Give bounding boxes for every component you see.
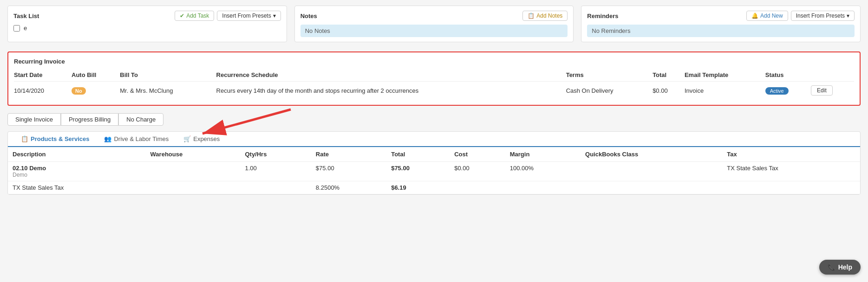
cell-tax <box>722 181 860 194</box>
dropdown-icon: ▾ <box>847 13 849 19</box>
col-auto-bill: Auto Bill <box>72 70 120 82</box>
col-tax: Tax <box>722 147 860 162</box>
cell-qty-hrs <box>240 181 311 194</box>
task-list-actions: ✔ Add Task Insert From Presets ▾ <box>175 11 281 21</box>
cell-rate: $75.00 <box>311 162 386 181</box>
cell-auto-bill: No <box>72 82 120 100</box>
reminders-actions: 🔔 Add New Insert From Presets ▾ <box>746 11 855 21</box>
auto-bill-badge: No <box>72 87 86 95</box>
products-tabs-bar: 📋 Products & Services 👥 Drive & Labor Ti… <box>8 132 860 147</box>
cell-total: $0.00 <box>653 82 685 100</box>
col-status: Status <box>765 70 811 82</box>
task-list-title: Task List <box>13 13 39 19</box>
cell-warehouse <box>146 181 241 194</box>
col-description: Description <box>8 147 146 162</box>
svg-line-1 <box>202 109 291 134</box>
table-row: TX State Sales Tax 8.2500% $6.19 <box>8 181 860 194</box>
top-panels: Task List ✔ Add Task Insert From Presets… <box>0 0 868 48</box>
col-rate: Rate <box>311 147 386 162</box>
recurring-invoice-section: Recurring Invoice Start Date Auto Bill B… <box>7 51 861 106</box>
recurring-invoice-title: Recurring Invoice <box>14 58 854 65</box>
task-list-panel: Task List ✔ Add Task Insert From Presets… <box>7 6 287 42</box>
notes-title: Notes <box>300 13 317 19</box>
alarm-icon: 🔔 <box>751 13 758 19</box>
recurring-table-row: 10/14/2020 No Mr. & Mrs. McClung Recurs … <box>14 82 854 100</box>
red-arrow-svg <box>165 105 295 137</box>
table-row: 02.10 Demo Demo 1.00 $75.00 $75.00 $0.00… <box>8 162 860 181</box>
add-task-button[interactable]: ✔ Add Task <box>175 11 214 21</box>
cell-edit[interactable]: Edit <box>811 82 854 100</box>
table-icon: 📋 <box>21 135 28 142</box>
reminders-panel: Reminders 🔔 Add New Insert From Presets … <box>581 6 861 42</box>
cell-description: TX State Sales Tax <box>8 181 146 194</box>
recurring-invoice-table: Start Date Auto Bill Bill To Recurrence … <box>14 70 854 99</box>
col-terms: Terms <box>566 70 653 82</box>
cell-qty-hrs: 1.00 <box>240 162 311 181</box>
desc-sub: Demo <box>13 172 141 178</box>
desc-main: TX State Sales Tax <box>13 184 141 191</box>
col-qty-hrs: Qty/Hrs <box>240 147 311 162</box>
cell-quickbooks-class <box>581 162 722 181</box>
col-recurrence-schedule: Recurrence Schedule <box>216 70 566 82</box>
status-badge: Active <box>765 87 789 95</box>
cell-rate: 8.2500% <box>311 181 386 194</box>
col-total: Total <box>653 70 685 82</box>
cell-email-template: Invoice <box>685 82 765 100</box>
cell-recurrence-schedule: Recurs every 14th day of the month and s… <box>216 82 566 100</box>
reminders-title: Reminders <box>587 13 618 19</box>
col-actions <box>811 70 854 82</box>
cell-quickbooks-class <box>581 181 722 194</box>
tab-no-charge[interactable]: No Charge <box>118 113 163 126</box>
add-new-reminder-button[interactable]: 🔔 Add New <box>746 11 788 21</box>
add-notes-button[interactable]: 📋 Add Notes <box>522 11 568 21</box>
insert-presets-task-button[interactable]: Insert From Presets ▾ <box>217 11 281 21</box>
col-warehouse: Warehouse <box>146 147 241 162</box>
no-reminders-text: No Reminders <box>587 25 855 37</box>
no-notes-text: No Notes <box>300 25 568 37</box>
cell-tax: TX State Sales Tax <box>722 162 860 181</box>
cell-margin <box>505 181 581 194</box>
reminders-header: Reminders 🔔 Add New Insert From Presets … <box>587 11 855 21</box>
people-icon: 👥 <box>104 135 111 142</box>
tab-drive-labor[interactable]: 👥 Drive & Labor Times <box>97 132 176 146</box>
notes-panel: Notes 📋 Add Notes No Notes <box>294 6 574 42</box>
col-cost: Cost <box>450 147 505 162</box>
cell-margin: 100.00% <box>505 162 581 181</box>
col-bill-to: Bill To <box>120 70 216 82</box>
cell-status: Active <box>765 82 811 100</box>
col-total: Total <box>386 147 450 162</box>
edit-button[interactable]: Edit <box>811 85 833 96</box>
cell-total: $75.00 <box>386 162 450 181</box>
notes-header: Notes 📋 Add Notes <box>300 11 568 21</box>
task-input-row <box>13 25 281 32</box>
tab-progress-billing[interactable]: Progress Billing <box>61 113 118 126</box>
col-start-date: Start Date <box>14 70 72 82</box>
cell-start-date: 10/14/2020 <box>14 82 72 100</box>
task-list-header: Task List ✔ Add Task Insert From Presets… <box>13 11 281 21</box>
task-text-input[interactable] <box>24 25 281 32</box>
insert-presets-reminder-button[interactable]: Insert From Presets ▾ <box>791 11 855 21</box>
cell-cost: $0.00 <box>450 162 505 181</box>
cell-total: $6.19 <box>386 181 450 194</box>
cell-cost <box>450 181 505 194</box>
desc-main: 02.10 Demo <box>13 165 141 172</box>
products-table: Description Warehouse Qty/Hrs Rate Total… <box>8 147 860 194</box>
dropdown-icon: ▾ <box>273 13 276 19</box>
tab-products-services[interactable]: 📋 Products & Services <box>13 132 97 147</box>
tab-single-invoice[interactable]: Single Invoice <box>7 113 61 126</box>
checkmark-icon: ✔ <box>180 13 184 19</box>
billing-tabs: Single Invoice Progress Billing No Charg… <box>0 109 868 126</box>
notes-icon: 📋 <box>528 13 535 19</box>
cell-terms: Cash On Delivery <box>566 82 653 100</box>
products-section: 📋 Products & Services 👥 Drive & Labor Ti… <box>7 131 861 195</box>
cell-description: 02.10 Demo Demo <box>8 162 146 181</box>
cell-warehouse <box>146 162 241 181</box>
col-quickbooks-class: QuickBooks Class <box>581 147 722 162</box>
col-email-template: Email Template <box>685 70 765 82</box>
col-margin: Margin <box>505 147 581 162</box>
task-checkbox[interactable] <box>13 25 20 32</box>
notes-actions: 📋 Add Notes <box>522 11 568 21</box>
cell-bill-to: Mr. & Mrs. McClung <box>120 82 216 100</box>
